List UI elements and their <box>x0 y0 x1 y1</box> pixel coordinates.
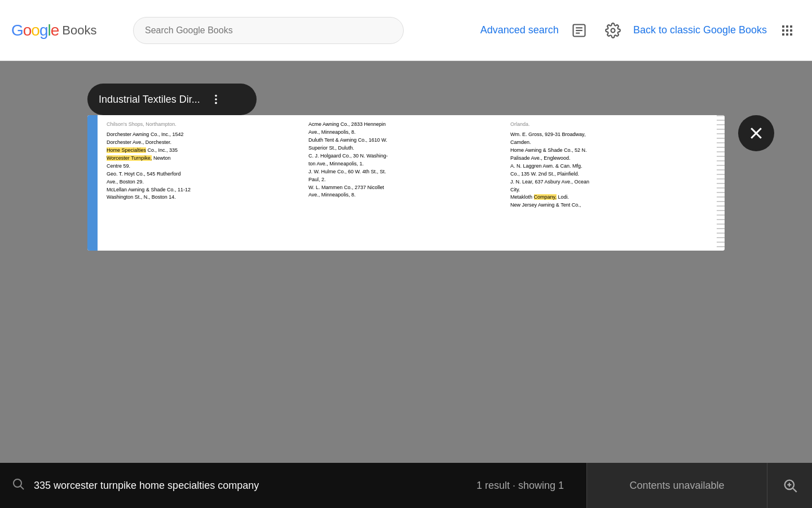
svg-point-15 <box>215 98 217 100</box>
svg-rect-10 <box>790 29 792 32</box>
page-text: Ave., Boston 29. <box>107 178 304 186</box>
page-text: J. W. Hulme Co., 60 W. 4th St., St. <box>308 168 506 176</box>
svg-rect-13 <box>790 33 792 36</box>
page-text: Duluth Tent & Awning Co., 1610 W. <box>308 137 506 144</box>
svg-line-22 <box>793 488 796 492</box>
page-text: Centre 59. <box>107 163 304 170</box>
page-text: McLellan Awning & Shade Co., 11-12 <box>107 186 304 194</box>
page-text: J. N. Lear, 637 Asbury Ave., Ocean <box>510 178 708 186</box>
zoom-search-button[interactable] <box>767 463 812 508</box>
page-text: Dorchester Awning Co., Inc., 1542 <box>107 131 304 139</box>
page-text: Superior St., Duluth. <box>308 144 506 152</box>
main-content: Industrial Textiles Dir... Chilson's Sho… <box>0 61 812 508</box>
books-logo-text: Books <box>62 23 96 38</box>
settings-button[interactable] <box>599 17 626 44</box>
logo: Google Books <box>11 21 124 40</box>
page-blue-bar <box>87 115 98 251</box>
bottom-search-icon <box>11 477 25 494</box>
svg-point-14 <box>215 95 217 97</box>
close-result-button[interactable] <box>738 115 774 151</box>
header-right: Advanced search Back to classic Google B… <box>480 17 801 44</box>
page-text: Ave., Minneapolis, 8. <box>308 129 506 137</box>
book-menu-button[interactable] <box>205 88 227 111</box>
book-page: Chilson's Shops, Northampton. Dorchester… <box>87 115 725 251</box>
contents-unavailable-button[interactable]: Contents unavailable <box>586 463 767 508</box>
page-column-2: Acme Awning Co., 2833 Hennepin Ave., Min… <box>308 121 506 245</box>
results-count: 1 result · showing 1 <box>476 480 564 492</box>
page-text: New Jersey Awning & Tent Co., <box>510 202 708 209</box>
page-text: W. L. Mammen Co., 2737 Nicollet <box>308 184 506 192</box>
page-text: A. N. Laggren Awn. & Can. Mfg. <box>510 163 708 170</box>
page-column-3: Orlanda. Wm. E. Gross, 929-31 Broadway, … <box>510 121 708 245</box>
page-text: Palisade Ave., Englewood. <box>510 155 708 163</box>
page-text: Co., 135 W. 2nd St., Plainfield. <box>510 170 708 178</box>
page-text: City. <box>510 186 708 194</box>
book-pill: Industrial Textiles Dir... <box>87 84 257 115</box>
svg-rect-8 <box>782 29 784 32</box>
svg-rect-9 <box>786 29 788 32</box>
svg-rect-7 <box>790 25 792 28</box>
my-library-button[interactable] <box>566 17 593 44</box>
page-text: Wm. E. Gross, 929-31 Broadway, <box>510 131 708 139</box>
page-text: Acme Awning Co., 2833 Hennepin <box>308 121 506 129</box>
page-text: Dorchester Ave., Dorchester. <box>107 139 304 147</box>
page-text: Orlanda. <box>510 121 708 129</box>
page-text: Paul, 2. <box>308 176 506 184</box>
bottom-search-bar: 1 result · showing 1 Contents unavailabl… <box>0 463 812 508</box>
svg-rect-5 <box>782 25 784 28</box>
page-text: Home Awning & Shade Co., 52 N. <box>510 147 708 155</box>
page-right-bar <box>717 115 725 251</box>
bottom-search-area: 1 result · showing 1 <box>0 463 586 508</box>
page-text: Geo. T. Hoyt Co., 545 Rutherford <box>107 170 304 178</box>
header: Google Books Advanced search Back to cla… <box>0 0 812 61</box>
svg-rect-12 <box>786 33 788 36</box>
search-input[interactable] <box>133 17 404 44</box>
page-text-highlight: Metakloth Company, Lodi. <box>510 194 708 202</box>
svg-line-20 <box>21 487 24 490</box>
page-text: Camden. <box>510 139 708 147</box>
advanced-search-link[interactable]: Advanced search <box>480 24 559 37</box>
svg-point-19 <box>14 479 21 487</box>
book-title: Industrial Textiles Dir... <box>99 94 200 106</box>
page-text: Ave., Minneapolis, 8. <box>308 191 506 199</box>
svg-rect-6 <box>786 25 788 28</box>
book-page-card: Chilson's Shops, Northampton. Dorchester… <box>87 115 725 251</box>
google-logo: Google <box>11 21 59 40</box>
page-text: C. J. Holgaard Co., 30 N. Washing- <box>308 152 506 160</box>
bottom-search-input[interactable] <box>34 480 467 492</box>
page-text-highlight: Home Specialties Co., Inc., 335 <box>107 147 304 155</box>
page-text: Washington St., N., Boston 14. <box>107 194 304 202</box>
page-column-1: Chilson's Shops, Northampton. Dorchester… <box>107 121 304 245</box>
page-text: ton Ave., Minneapolis, 1. <box>308 160 506 168</box>
page-text: Chilson's Shops, Northampton. <box>107 121 304 129</box>
svg-point-16 <box>215 102 217 104</box>
svg-point-4 <box>611 28 615 32</box>
google-apps-button[interactable] <box>774 17 801 44</box>
page-content: Chilson's Shops, Northampton. Dorchester… <box>98 115 717 251</box>
svg-rect-11 <box>782 33 784 36</box>
back-to-classic-link[interactable]: Back to classic Google Books <box>633 24 767 37</box>
page-text-highlight: Worcester Turnpike, Newton <box>107 155 304 163</box>
